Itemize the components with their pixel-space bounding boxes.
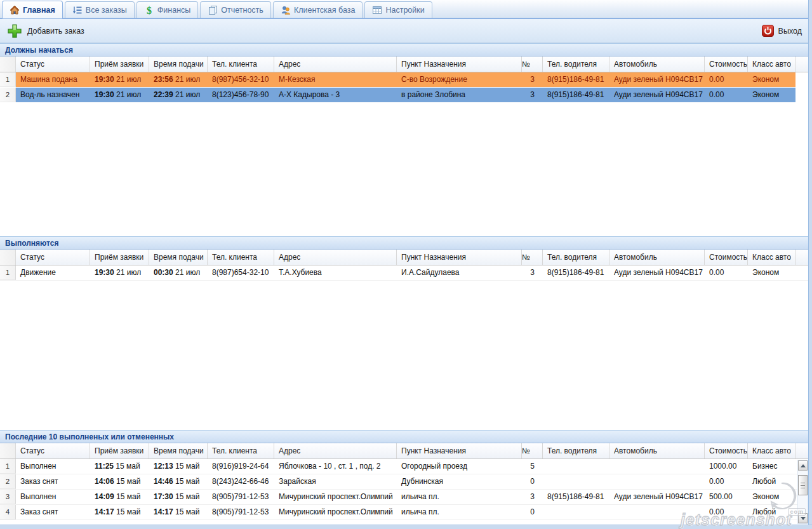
- cell-car-class: Бизнес: [748, 459, 795, 474]
- column-header-driver-phone[interactable]: Тел. водителя: [543, 250, 609, 265]
- grid-header: СтатусПриём заявкиВремя подачиТел. клиен…: [0, 57, 808, 72]
- cell-client-phone: 8(905)791-12-53: [208, 505, 274, 519]
- column-header-due[interactable]: Время подачи: [149, 57, 208, 72]
- section-title: Последние 10 выполненых или отмененных: [0, 430, 808, 443]
- scroll-down-button[interactable]: [798, 513, 808, 523]
- cell-driver-phone: [543, 505, 609, 519]
- column-header-destination[interactable]: Пункт Назначения: [397, 443, 522, 459]
- cell-driver-phone: [543, 459, 609, 474]
- cell-order-no: 3: [522, 72, 543, 87]
- main-content: ГлавнаяВсе заказы$ФинансыОтчетностьКлиен…: [0, 0, 808, 525]
- column-header-destination[interactable]: Пункт Назначения: [397, 57, 522, 72]
- column-header-car[interactable]: Автомобиль: [609, 443, 705, 459]
- column-header-cost[interactable]: Стоимость: [705, 250, 748, 265]
- cell-destination: ильича пл.: [397, 505, 522, 519]
- cell-status: Заказ снят: [16, 474, 90, 489]
- tab-settings[interactable]: Настройки: [364, 1, 432, 18]
- column-header-driver-phone[interactable]: Тел. водителя: [543, 443, 609, 459]
- column-header-driver-phone[interactable]: Тел. водителя: [543, 57, 609, 72]
- column-header-received[interactable]: Приём заявки: [90, 443, 149, 459]
- column-header-cost[interactable]: Стоимость: [705, 57, 748, 72]
- tab-all-orders[interactable]: Все заказы: [65, 1, 135, 18]
- cell-car: Ауди зеленый Н094СВ17: [609, 490, 705, 504]
- column-header-order-no[interactable]: №: [522, 443, 543, 459]
- cell-destination: С-во Возрождение: [397, 72, 522, 87]
- cell-car: [609, 505, 705, 519]
- table-row[interactable]: 1Движение19:30 21 июл00:30 21 июл8(987)6…: [0, 265, 808, 281]
- cell-order-no: 0: [522, 505, 543, 519]
- column-header-car-class[interactable]: Класс авто: [748, 250, 795, 265]
- column-header-num[interactable]: [0, 250, 16, 265]
- column-header-received[interactable]: Приём заявки: [90, 57, 149, 72]
- add-order-button[interactable]: Добавить заказ: [6, 23, 84, 39]
- cell-address: Мичуринский проспект.Олимпий: [274, 490, 397, 504]
- add-order-label: Добавить заказ: [27, 27, 84, 36]
- cell-car: Ауди зеленый Н094СВ17: [609, 265, 705, 280]
- column-header-status[interactable]: Статус: [16, 443, 90, 459]
- table-row[interactable]: 2Вод-ль назначен19:30 21 июл22:39 21 июл…: [0, 88, 808, 103]
- column-header-client-phone[interactable]: Тел. клиента: [208, 443, 274, 459]
- tab-finances[interactable]: $Финансы: [136, 1, 198, 18]
- cell-destination: в районе Злобина: [397, 88, 522, 102]
- cell-status: Вод-ль назначен: [16, 88, 90, 102]
- column-header-address[interactable]: Адрес: [274, 250, 397, 265]
- cell-status: Выполнен: [16, 490, 90, 504]
- column-header-car[interactable]: Автомобиль: [609, 250, 705, 265]
- column-header-destination[interactable]: Пункт Назначения: [397, 250, 522, 265]
- arrow-up-icon: [801, 464, 806, 467]
- cell-due: 22:39 21 июл: [149, 88, 208, 102]
- tab-label: Все заказы: [86, 6, 127, 15]
- column-header-car-class[interactable]: Класс авто: [748, 443, 795, 459]
- column-header-received[interactable]: Приём заявки: [90, 250, 149, 265]
- cell-car-class: Эконом: [748, 265, 795, 280]
- tab-label: Клиентская база: [294, 6, 356, 15]
- exit-label: Выход: [778, 27, 802, 36]
- column-header-status[interactable]: Статус: [16, 57, 90, 72]
- vertical-scrollbar[interactable]: [797, 460, 808, 524]
- tab-main[interactable]: Главная: [2, 1, 63, 18]
- column-header-address[interactable]: Адрес: [274, 443, 397, 459]
- reports-copy-icon: [208, 5, 218, 15]
- cell-client-phone: 8(123)456-78-90: [208, 88, 274, 102]
- tab-reports[interactable]: Отчетность: [200, 1, 271, 18]
- column-header-status[interactable]: Статус: [16, 250, 90, 265]
- clients-people-icon: [281, 5, 291, 15]
- cell-status: Движение: [16, 265, 90, 280]
- column-header-client-phone[interactable]: Тел. клиента: [208, 57, 274, 72]
- column-header-car-class[interactable]: Класс авто: [748, 57, 795, 72]
- cell-destination: ильича пл.: [397, 490, 522, 504]
- row-number: 4: [0, 505, 16, 519]
- column-header-address[interactable]: Адрес: [274, 57, 397, 72]
- column-header-cost[interactable]: Стоимость: [705, 443, 748, 459]
- column-header-filler: [795, 57, 808, 72]
- section-last-completed: Последние 10 выполненых или отмененных С…: [0, 430, 808, 525]
- cell-destination: И.А.Сайдулаева: [397, 265, 522, 280]
- cell-car-class: Любой: [748, 474, 795, 489]
- cell-due: 14:17 15 май: [149, 505, 208, 519]
- tab-clients[interactable]: Клиентская база: [273, 1, 363, 18]
- column-header-num[interactable]: [0, 443, 16, 459]
- column-header-order-no[interactable]: №: [522, 57, 543, 72]
- scroll-up-button[interactable]: [798, 460, 808, 471]
- exit-button[interactable]: Выход: [762, 25, 802, 37]
- cell-car-class: Эконом: [748, 72, 795, 87]
- scrollbar-thumb[interactable]: [798, 475, 808, 495]
- table-row[interactable]: 1Машина подана19:30 21 июл23:56 21 июл8(…: [0, 72, 808, 88]
- column-header-num[interactable]: [0, 57, 16, 72]
- column-header-car[interactable]: Автомобиль: [609, 57, 705, 72]
- cell-address: Яблочкова - 10 , ст. 1 , под. 2: [274, 459, 397, 474]
- table-row[interactable]: 4Заказ снят14:17 15 май14:17 15 май8(905…: [0, 505, 808, 520]
- tab-label: Финансы: [157, 6, 190, 15]
- column-header-due[interactable]: Время подачи: [149, 443, 208, 459]
- table-row[interactable]: 2Заказ снят14:06 15 май14:46 15 май8(243…: [0, 474, 808, 490]
- cell-car: Ауди зеленый Н094СВ17: [609, 88, 705, 102]
- table-row[interactable]: 1Выполнен11:25 15 май12:13 15 май8(916)9…: [0, 459, 808, 474]
- window-right-edge: [808, 0, 812, 529]
- row-number: 1: [0, 265, 16, 280]
- column-header-filler: [795, 250, 808, 265]
- table-row[interactable]: 3Выполнен14:09 15 май17:30 15 май8(905)7…: [0, 490, 808, 505]
- column-header-order-no[interactable]: №: [522, 250, 543, 265]
- cell-due: 23:56 21 июл: [149, 72, 208, 87]
- column-header-due[interactable]: Время подачи: [149, 250, 208, 265]
- column-header-client-phone[interactable]: Тел. клиента: [208, 250, 274, 265]
